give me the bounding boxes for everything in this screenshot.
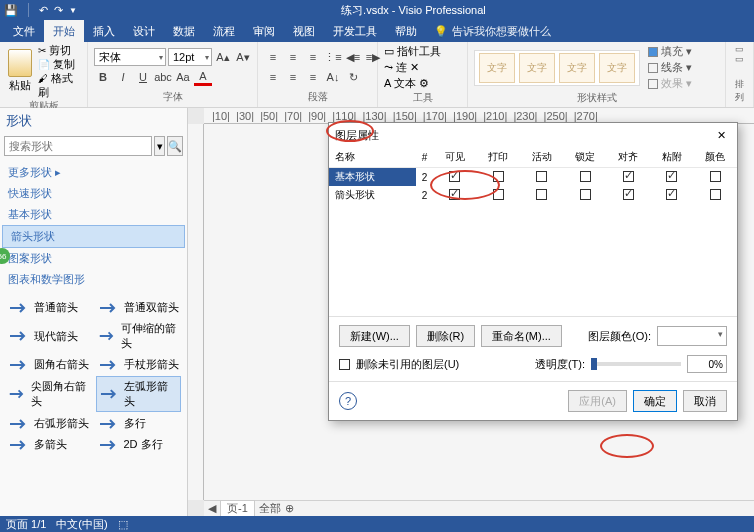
menu-file[interactable]: 文件 [4, 20, 44, 42]
undo-icon[interactable]: ↶ [39, 4, 48, 17]
font-color-button[interactable]: A [194, 68, 212, 86]
arrow-shape-item[interactable]: 现代箭头 [6, 319, 92, 353]
menu-home[interactable]: 开始 [44, 20, 84, 42]
shape-style-swatch[interactable]: 文字 [599, 53, 635, 83]
close-icon[interactable]: ✕ [711, 125, 731, 145]
strike-button[interactable]: abc [154, 68, 172, 86]
transparency-value[interactable]: 0% [687, 355, 727, 373]
layer-checkbox[interactable] [536, 189, 547, 200]
layer-checkbox[interactable] [449, 171, 460, 182]
text-dir-icon[interactable]: A↓ [324, 68, 342, 86]
menu-insert[interactable]: 插入 [84, 20, 124, 42]
arrow-shape-item[interactable]: 普通箭头 [6, 298, 92, 317]
page-nav-prev-icon[interactable]: ◀ [208, 502, 216, 515]
connector-tool-button[interactable]: ⤳ 连 ✕ [384, 60, 419, 75]
bullets-icon[interactable]: ⋮≡ [324, 48, 342, 66]
decrease-font-icon[interactable]: A▾ [234, 48, 252, 66]
layer-checkbox[interactable] [623, 171, 634, 182]
category-chart-math[interactable]: 图表和数学图形 [0, 269, 187, 290]
bold-button[interactable]: B [94, 68, 112, 86]
page-tab[interactable]: 页-1 [220, 500, 255, 516]
delete-unused-checkbox[interactable] [339, 359, 350, 370]
underline-button[interactable]: U [134, 68, 152, 86]
arrow-shape-item[interactable]: 多行 [96, 414, 182, 433]
menu-process[interactable]: 流程 [204, 20, 244, 42]
ok-button[interactable]: 确定 [633, 390, 677, 412]
transparency-slider[interactable] [591, 362, 681, 366]
shape-style-swatch[interactable]: 文字 [559, 53, 595, 83]
arrow-shape-item[interactable]: 普通双箭头 [96, 298, 182, 317]
search-button[interactable]: 🔍 [167, 136, 183, 156]
align-top-icon[interactable]: ≡ [264, 48, 282, 66]
menu-data[interactable]: 数据 [164, 20, 204, 42]
case-button[interactable]: Aa [174, 68, 192, 86]
layer-checkbox[interactable] [493, 171, 504, 182]
page-tab-all[interactable]: 全部 [259, 501, 281, 516]
align-bot-icon[interactable]: ≡ [304, 48, 322, 66]
align-left-icon[interactable]: ≡ [264, 68, 282, 86]
cancel-button[interactable]: 取消 [683, 390, 727, 412]
align-mid-icon[interactable]: ≡ [284, 48, 302, 66]
arrow-shape-item[interactable]: 尖圆角右箭头 [6, 376, 92, 412]
search-dropdown-button[interactable]: ▾ [154, 136, 165, 156]
help-icon[interactable]: ? [339, 392, 357, 410]
arrow-shape-item[interactable]: 可伸缩的箭头 [96, 319, 182, 353]
italic-button[interactable]: I [114, 68, 132, 86]
menu-view[interactable]: 视图 [284, 20, 324, 42]
redo-icon[interactable]: ↷ [54, 4, 63, 17]
layer-checkbox[interactable] [580, 189, 591, 200]
category-more-shapes[interactable]: 更多形状 ▸ [0, 162, 187, 183]
copy-button[interactable]: 📄 复制 [38, 58, 81, 71]
shapes-search-input[interactable] [4, 136, 152, 156]
category-basic-shapes[interactable]: 基本形状 [0, 204, 187, 225]
layer-checkbox[interactable] [449, 189, 460, 200]
arrow-shape-item[interactable]: 多箭头 [6, 435, 92, 454]
menu-devtools[interactable]: 开发工具 [324, 20, 386, 42]
layer-color-combo[interactable] [657, 326, 727, 346]
category-arrow-shapes[interactable]: 箭头形状 [2, 225, 185, 248]
line-button[interactable]: 线条 ▾ [648, 60, 692, 75]
font-size-combo[interactable]: 12pt [168, 48, 212, 66]
fill-button[interactable]: 填充 ▾ [648, 44, 692, 59]
pointer-tool-button[interactable]: ▭ 指针工具 [384, 44, 441, 59]
layer-checkbox[interactable] [623, 189, 634, 200]
align-right-icon[interactable]: ≡ [304, 68, 322, 86]
layer-checkbox[interactable] [536, 171, 547, 182]
shape-style-gallery[interactable]: 文字 文字 文字 文字 [474, 50, 640, 86]
font-name-combo[interactable]: 宋体 [94, 48, 166, 66]
add-page-icon[interactable]: ⊕ [285, 502, 294, 515]
menu-design[interactable]: 设计 [124, 20, 164, 42]
arrow-shape-item[interactable]: 右弧形箭头 [6, 414, 92, 433]
layer-table-row[interactable]: 基本形状2 [329, 168, 737, 187]
new-layer-button[interactable]: 新建(W)... [339, 325, 410, 347]
cut-button[interactable]: ✂ 剪切 [38, 44, 81, 57]
effects-button[interactable]: 效果 ▾ [648, 76, 692, 91]
indent-dec-icon[interactable]: ◀≡ [344, 48, 362, 66]
arrow-shape-item[interactable]: 圆角右箭头 [6, 355, 92, 374]
arrow-shape-item[interactable]: 手杖形箭头 [96, 355, 182, 374]
format-painter-button[interactable]: 🖌 格式刷 [38, 72, 81, 98]
layer-checkbox[interactable] [710, 171, 721, 182]
shape-style-swatch[interactable]: 文字 [519, 53, 555, 83]
menu-help[interactable]: 帮助 [386, 20, 426, 42]
remove-layer-button[interactable]: 删除(R) [416, 325, 475, 347]
text-tool-button[interactable]: A 文本 ⚙ [384, 76, 429, 91]
paste-button[interactable]: 粘贴 [6, 47, 34, 95]
layer-table-row[interactable]: 箭头形状2 [329, 186, 737, 204]
layer-checkbox[interactable] [666, 189, 677, 200]
layer-checkbox[interactable] [493, 189, 504, 200]
rotate-icon[interactable]: ↻ [344, 68, 362, 86]
shape-style-swatch[interactable]: 文字 [479, 53, 515, 83]
category-quick-shapes[interactable]: 快速形状 [0, 183, 187, 204]
record-icon[interactable]: ⬚ [118, 518, 128, 531]
layer-checkbox[interactable] [666, 171, 677, 182]
apply-button[interactable]: 应用(A) [568, 390, 627, 412]
menu-review[interactable]: 审阅 [244, 20, 284, 42]
layer-checkbox[interactable] [580, 171, 591, 182]
rename-layer-button[interactable]: 重命名(M)... [481, 325, 562, 347]
align-center-icon[interactable]: ≡ [284, 68, 302, 86]
arrow-shape-item[interactable]: 2D 多行 [96, 435, 182, 454]
category-pattern-shapes[interactable]: 图案形状 [0, 248, 187, 269]
layer-checkbox[interactable] [710, 189, 721, 200]
tell-me[interactable]: 💡 告诉我你想要做什么 [434, 24, 551, 39]
